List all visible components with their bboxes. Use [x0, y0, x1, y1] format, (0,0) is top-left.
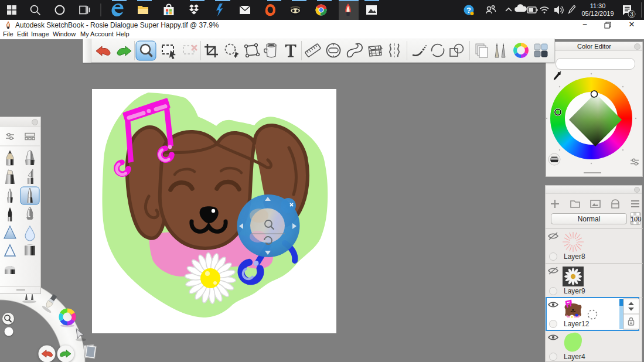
- svg-text:Layer4: Layer4: [564, 353, 585, 361]
- svg-text:3: 3: [630, 11, 633, 18]
- svg-text:Layer12: Layer12: [564, 320, 590, 328]
- svg-text:05/12/2019: 05/12/2019: [581, 10, 614, 17]
- svg-text:Layer8: Layer8: [564, 252, 585, 261]
- svg-text:11:30: 11:30: [590, 2, 606, 9]
- svg-text:Layer9: Layer9: [564, 287, 585, 295]
